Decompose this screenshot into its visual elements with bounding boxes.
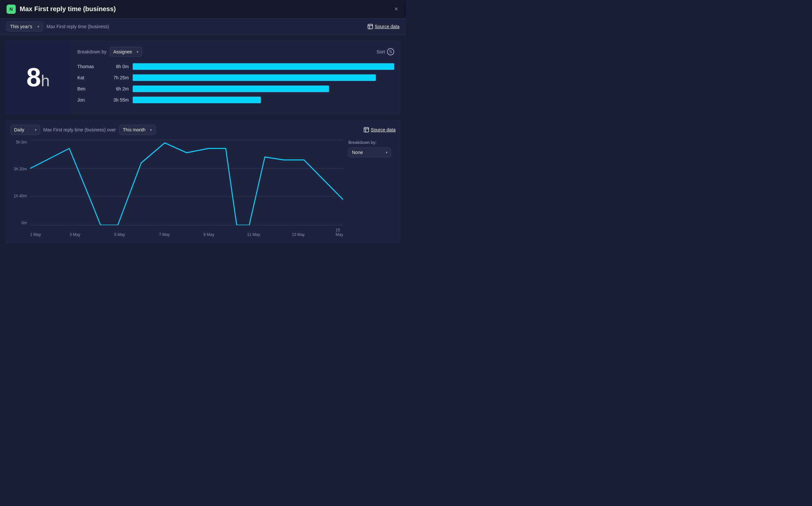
sort-button[interactable]: Sort ⇅ (376, 48, 394, 55)
chart-breakdown-dropdown-wrapper[interactable]: None Assignee Team (348, 148, 391, 157)
close-button[interactable]: × (393, 4, 399, 14)
bar-row: Jon 3h 55m (77, 97, 394, 103)
chart-period-dropdown[interactable]: This month Last month This year's (119, 125, 155, 135)
x-label-5: 11 May (247, 232, 260, 237)
bar-row: Ben 6h 2m (77, 86, 394, 92)
metric-display: 8h (5, 40, 71, 114)
toolbar-left: This year's This month Last month Max Fi… (7, 22, 109, 31)
bar-time-1: 7h 25m (107, 75, 129, 80)
svg-rect-3 (364, 128, 369, 132)
chart-area: 5h 0m 3h 20m 1h 40m 0m (10, 140, 395, 238)
title-left: N Max First reply time (business) (7, 5, 116, 14)
y-label-3: 0m (21, 221, 27, 225)
metric-value: 8h (26, 62, 50, 92)
bar-fill-2 (133, 86, 329, 92)
x-label-0: 1 May (30, 232, 41, 237)
top-panel: 8h Breakdown by Assignee Team Tag None (5, 40, 401, 114)
bottom-panel: Daily Weekly Monthly Max First reply tim… (5, 119, 401, 244)
bar-time-2: 6h 2m (107, 86, 129, 91)
svg-rect-0 (368, 24, 373, 29)
y-label-0: 5h 0m (16, 140, 27, 145)
y-label-1: 3h 20m (14, 167, 27, 171)
bar-fill-0 (133, 63, 394, 70)
bar-fill-3 (133, 97, 261, 103)
bar-chart: Thomas 8h 0m Kat 7h 25m Be (77, 63, 394, 103)
bottom-source-data-button[interactable]: Source data (364, 127, 396, 133)
table-icon (368, 24, 373, 29)
chart-plot: 1 May 3 May 5 May 7 May 9 May 11 May 13 … (30, 140, 343, 238)
breakdown-header: Breakdown by Assignee Team Tag None Sort (77, 47, 394, 57)
bar-name-2: Ben (77, 86, 103, 91)
metric-number: 8 (26, 63, 41, 92)
x-label-6: 13 May (292, 232, 305, 237)
breakdown-dropdown-wrapper[interactable]: Assignee Team Tag None (110, 47, 142, 57)
y-label-2: 1h 40m (14, 194, 27, 198)
chart-description: Max First reply time (business) over (43, 127, 116, 133)
bar-row: Kat 7h 25m (77, 74, 394, 81)
bar-name-1: Kat (77, 75, 103, 80)
breakdown-left: Breakdown by Assignee Team Tag None (77, 47, 142, 57)
x-label-4: 9 May (203, 232, 214, 237)
window-title: Max First reply time (business) (20, 5, 116, 13)
bar-time-0: 8h 0m (107, 64, 129, 69)
toolbar: This year's This month Last month Max Fi… (0, 18, 406, 35)
bar-container-3 (133, 97, 394, 103)
breakdown-label: Breakdown by (77, 49, 106, 55)
chart-right-panel: Breakdown by: None Assignee Team (343, 140, 395, 238)
app-icon: N (7, 5, 16, 14)
content-area: 8h Breakdown by Assignee Team Tag None (0, 35, 406, 249)
bottom-toolbar: Daily Weekly Monthly Max First reply tim… (10, 125, 395, 135)
bar-row: Thomas 8h 0m (77, 63, 394, 70)
period-dropdown-wrapper[interactable]: This year's This month Last month (7, 22, 42, 31)
title-bar: N Max First reply time (business) × (0, 0, 406, 18)
chart-left: 5h 0m 3h 20m 1h 40m 0m (10, 140, 343, 238)
bar-container-0 (133, 63, 394, 70)
interval-dropdown-wrapper[interactable]: Daily Weekly Monthly (10, 125, 40, 135)
x-label-7: 15 May (336, 228, 343, 237)
y-axis: 5h 0m 3h 20m 1h 40m 0m (10, 140, 30, 225)
x-label-1: 3 May (70, 232, 80, 237)
breakdown-dropdown[interactable]: Assignee Team Tag None (110, 47, 142, 57)
x-label-3: 7 May (159, 232, 170, 237)
bottom-toolbar-left: Daily Weekly Monthly Max First reply tim… (10, 125, 155, 135)
source-data-button[interactable]: Source data (368, 24, 400, 29)
chart-period-dropdown-wrapper[interactable]: This month Last month This year's (119, 125, 155, 135)
bar-time-3: 3h 55m (107, 97, 129, 103)
bar-name-0: Thomas (77, 64, 103, 69)
main-window: N Max First reply time (business) × This… (0, 0, 406, 249)
toolbar-metric-label: Max First reply time (business) (47, 24, 109, 29)
bar-fill-1 (133, 74, 376, 81)
bar-container-1 (133, 74, 394, 81)
chart-breakdown-label: Breakdown by: (348, 140, 395, 145)
x-label-2: 5 May (114, 232, 125, 237)
metric-unit: h (41, 72, 50, 89)
bar-name-3: Jon (77, 97, 103, 103)
x-axis: 1 May 3 May 5 May 7 May 9 May 11 May 13 … (30, 225, 343, 238)
period-dropdown[interactable]: This year's This month Last month (7, 22, 42, 31)
breakdown-panel: Breakdown by Assignee Team Tag None Sort (71, 40, 401, 114)
bar-container-2 (133, 86, 394, 92)
line-chart-svg (30, 140, 343, 225)
table-icon-2 (364, 127, 369, 133)
interval-dropdown[interactable]: Daily Weekly Monthly (10, 125, 40, 135)
chart-breakdown-dropdown[interactable]: None Assignee Team (348, 148, 391, 157)
sort-icon: ⇅ (387, 48, 394, 55)
